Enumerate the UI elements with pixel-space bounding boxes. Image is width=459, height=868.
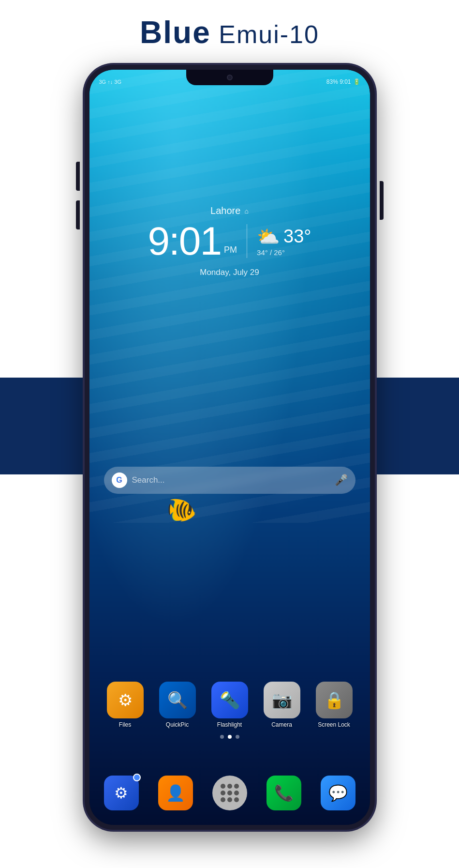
dock-phone[interactable]: 📞 [262, 776, 306, 810]
clownfish-decoration: 🐠 [167, 496, 197, 524]
time-block: 9:01 PM [148, 221, 237, 261]
contacts-icon[interactable]: 👤 [158, 776, 193, 810]
temperature: 33° [283, 226, 311, 247]
app-row: ⚙ Files 🔍 QuickPic 🔦 Fl [99, 682, 360, 728]
page-indicators [220, 735, 239, 739]
phone-mockup: 3G ↑↓ 3G 83% 9:01 🔋 Lahore ⌂ 9:01 PM [85, 65, 375, 830]
time-weather-divider [247, 224, 247, 258]
signal-indicators: 3G ↑↓ 3G [99, 79, 121, 85]
settings-icon[interactable]: ⚙ [104, 776, 139, 810]
flashlight-icon[interactable]: 🔦 [211, 682, 248, 718]
app-item-files[interactable]: ⚙ Files [101, 682, 149, 728]
quickpic-label: QuickPic [166, 721, 189, 728]
app-item-camera[interactable]: 📷 Camera [258, 682, 306, 728]
flashlight-label: Flashlight [217, 721, 242, 728]
dock-apps[interactable] [208, 776, 252, 810]
weather-widget: Lahore ⌂ 9:01 PM ⛅ 33° 34° / 26° [148, 205, 311, 277]
search-bar[interactable]: G Search... 🎤 [104, 467, 355, 494]
screenlock-label: Screen Lock [318, 721, 350, 728]
files-label: Files [119, 721, 131, 728]
time-weather-row: 9:01 PM ⛅ 33° 34° / 26° [148, 221, 311, 261]
camera-icon[interactable]: 📷 [264, 682, 300, 718]
screenlock-icon[interactable]: 🔒 [316, 682, 353, 718]
dock-messages[interactable]: 💬 [316, 776, 360, 810]
dot-2 [228, 735, 232, 739]
battery-time: 83% 9:01 [326, 78, 351, 85]
dock-settings[interactable]: ⚙ [100, 776, 143, 810]
app-item-screenlock[interactable]: 🔒 Screen Lock [310, 682, 358, 728]
weather-icon: ⛅ [257, 226, 280, 247]
settings-badge [133, 774, 141, 781]
mic-icon[interactable]: 🎤 [335, 474, 348, 487]
volume-down-button [76, 200, 80, 229]
status-right: 83% 9:01 🔋 [326, 78, 360, 85]
clock-display: 9:01 [148, 221, 221, 261]
dot-1 [220, 735, 224, 739]
weather-top: ⛅ 33° [257, 226, 311, 247]
page-title: Blue Emui-10 [0, 15, 459, 50]
messages-icon[interactable]: 💬 [321, 776, 355, 810]
status-left: 3G ↑↓ 3G [99, 79, 121, 85]
google-logo: G [112, 472, 127, 488]
volume-up-button [76, 162, 80, 191]
app-item-quickpic[interactable]: 🔍 QuickPic [153, 682, 202, 728]
title-bold: Blue [140, 15, 211, 50]
time-period: PM [224, 245, 237, 255]
phone-screen: 3G ↑↓ 3G 83% 9:01 🔋 Lahore ⌂ 9:01 PM [89, 70, 370, 825]
app-dock: ⚙ Files 🔍 QuickPic 🔦 Fl [89, 682, 370, 728]
dock-contacts[interactable]: 👤 [154, 776, 197, 810]
app-drawer-icon[interactable] [212, 776, 247, 810]
dot-3 [236, 735, 239, 739]
city-label: Lahore ⌂ [148, 205, 311, 216]
files-icon[interactable]: ⚙ [107, 682, 144, 718]
bottom-dock-row: ⚙ 👤 [94, 776, 365, 810]
phone-icon[interactable]: 📞 [267, 776, 301, 810]
bottom-dock: ⚙ 👤 [89, 776, 370, 810]
search-placeholder: Search... [132, 475, 330, 485]
quickpic-icon[interactable]: 🔍 [159, 682, 196, 718]
front-camera [227, 75, 233, 80]
phone-frame: 3G ↑↓ 3G 83% 9:01 🔋 Lahore ⌂ 9:01 PM [85, 65, 375, 830]
power-button [380, 181, 384, 220]
home-icon: ⌂ [244, 207, 248, 215]
weather-info: ⛅ 33° 34° / 26° [257, 226, 311, 257]
date-display: Monday, July 29 [148, 268, 311, 277]
battery-icon: 🔋 [353, 78, 360, 85]
camera-label: Camera [271, 721, 292, 728]
notch [186, 70, 273, 85]
app-item-flashlight[interactable]: 🔦 Flashlight [206, 682, 254, 728]
temp-range: 34° / 26° [257, 248, 285, 257]
title-thin: Emui-10 [211, 20, 319, 48]
light-rays [89, 70, 370, 523]
